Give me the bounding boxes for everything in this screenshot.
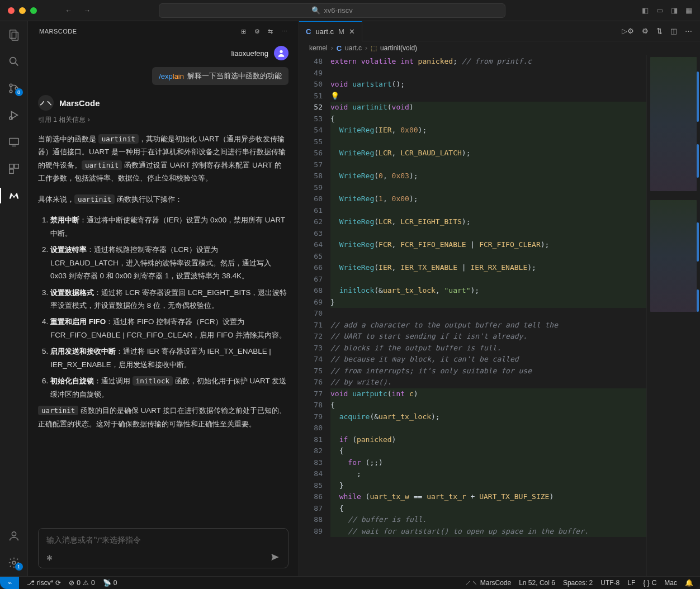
remote-explorer-icon[interactable]: [7, 135, 21, 149]
indentation[interactable]: Spaces: 2: [563, 579, 593, 587]
svg-rect-12: [14, 164, 18, 168]
split-editor-icon[interactable]: ◫: [670, 27, 677, 35]
command-center[interactable]: 🔍 xv6-riscv: [159, 3, 505, 18]
notifications-icon[interactable]: 🔔: [685, 579, 693, 587]
account-icon[interactable]: [7, 529, 21, 543]
answer-item: 设置波特率：通过将线路控制寄存器（LCR）设置为 LCR_BAUD_LATCH，…: [50, 243, 288, 282]
minimize-window[interactable]: [19, 7, 26, 14]
marscode-logo-icon: ⟋⟍: [38, 95, 54, 111]
user-command-text: 解释一下当前选中函数的功能: [187, 71, 282, 81]
chat-input[interactable]: 输入消息或者‟/”来选择指令 ✻: [38, 528, 288, 568]
chat-input-placeholder: 输入消息或者‟/”来选择指令: [46, 536, 141, 544]
traffic-lights: [8, 7, 37, 14]
search-icon: 🔍: [311, 6, 320, 15]
search-icon[interactable]: [7, 55, 21, 68]
cursor-position[interactable]: Ln 52, Col 6: [519, 579, 555, 587]
svg-rect-13: [9, 169, 13, 173]
problems[interactable]: ⊘ 0 ⚠ 0: [69, 579, 94, 587]
customize-layout-icon[interactable]: ▦: [685, 6, 692, 15]
svg-point-5: [10, 90, 12, 93]
editor-more-icon[interactable]: ⋯: [685, 27, 692, 35]
tab-uart-c[interactable]: C uart.c M ✕: [299, 21, 362, 41]
maximize-window[interactable]: [30, 7, 37, 14]
svg-point-16: [280, 50, 282, 53]
breadcrumb-folder[interactable]: kernel: [309, 44, 328, 52]
diff-icon[interactable]: ⇅: [656, 27, 663, 35]
answer-item: 重置和启用 FIFO：通过将 FIFO 控制寄存器（FCR）设置为 FCR_FI…: [50, 315, 288, 341]
statusbar: ⌁ ⎇ riscv* ⟳ ⊘ 0 ⚠ 0 📡 0 ⟋⟍ MarsCode Ln …: [0, 576, 700, 589]
answer-item: 禁用中断：通过将中断使能寄存器（IER）设置为 0x00，禁用所有 UART 中…: [50, 213, 288, 240]
svg-rect-11: [9, 164, 13, 168]
marscode-icon[interactable]: [7, 189, 21, 202]
close-window[interactable]: [8, 7, 15, 14]
os[interactable]: Mac: [664, 579, 677, 587]
answer-item: 设置数据格式：通过将 LCR 寄存器设置回 LCR_EIGHT_BITS，退出波…: [50, 286, 288, 312]
panel-title: MARSCODE: [39, 28, 77, 35]
search-text: xv6-riscv: [324, 6, 352, 15]
panel-right-icon[interactable]: ◨: [671, 6, 678, 15]
marscode-panel: MARSCODE ⊞ ⚙ ⇆ ⋯ liaoxuefeng /explain 解释…: [28, 21, 299, 576]
close-tab-icon[interactable]: ✕: [349, 27, 355, 36]
remote-indicator[interactable]: ⌁: [0, 577, 19, 590]
marscode-status[interactable]: ⟋⟍ MarsCode: [465, 579, 511, 587]
line-gutter: 4849505152535455565758596061626364656667…: [299, 55, 330, 576]
panel-bottom-icon[interactable]: ▭: [656, 6, 663, 15]
svg-rect-0: [10, 30, 16, 39]
layout-controls: ◧ ▭ ◨ ▦: [642, 6, 692, 15]
code-content[interactable]: extern volatile int panicked; // from pr…: [330, 55, 646, 576]
svg-point-2: [10, 58, 16, 64]
more-icon[interactable]: ⋯: [281, 28, 288, 35]
run-icon[interactable]: ▷⚙: [622, 27, 634, 35]
collaborate-icon[interactable]: ⇆: [268, 28, 273, 35]
titlebar: ← → 🔍 xv6-riscv ◧ ▭ ◨ ▦: [0, 0, 700, 21]
nav-forward-icon[interactable]: →: [83, 6, 91, 15]
editor-settings-icon[interactable]: ⚙: [642, 27, 649, 35]
svg-line-3: [15, 63, 18, 66]
user-avatar-icon: [274, 46, 288, 60]
file-lang-badge: C: [306, 27, 311, 36]
assistant-name: MarsCode: [59, 98, 100, 108]
encoding[interactable]: UTF-8: [600, 579, 619, 587]
editor-tabs: C uart.c M ✕ ▷⚙ ⚙ ⇅ ◫ ⋯: [299, 21, 700, 41]
loading-icon: ✻: [46, 554, 53, 562]
settings-badge: 1: [15, 563, 23, 571]
nav-arrows: ← →: [65, 6, 91, 15]
svg-point-14: [12, 532, 16, 536]
extensions-icon[interactable]: [7, 162, 21, 175]
svg-point-15: [12, 561, 16, 564]
breadcrumb[interactable]: kernel › C uart.c › ⬚ uartinit(void): [299, 41, 700, 55]
send-icon[interactable]: [270, 552, 280, 562]
user-command-pill: /explain 解释一下当前选中函数的功能: [152, 67, 288, 85]
git-branch[interactable]: ⎇ riscv* ⟳: [27, 579, 61, 587]
svg-point-4: [10, 84, 12, 87]
minimap[interactable]: [646, 55, 700, 576]
ports[interactable]: 📡 0: [103, 579, 117, 587]
breadcrumb-fn[interactable]: uartinit(void): [380, 44, 417, 52]
panel-left-icon[interactable]: ◧: [642, 6, 649, 15]
tab-modified-indicator: M: [338, 27, 344, 36]
reference-link[interactable]: 引用 1 相关信息 ›: [38, 115, 288, 125]
symbol-icon: ⬚: [371, 44, 377, 52]
code-editor[interactable]: 4849505152535455565758596061626364656667…: [299, 55, 700, 576]
svg-rect-9: [9, 139, 18, 145]
nav-back-icon[interactable]: ←: [65, 6, 72, 15]
editor-group: C uart.c M ✕ ▷⚙ ⚙ ⇅ ◫ ⋯ kernel › C uart.…: [299, 21, 700, 576]
settings-icon[interactable]: 1: [7, 556, 21, 569]
answer-item: 初始化自旋锁：通过调用 initlock 函数，初始化用于保护 UART 发送缓…: [50, 374, 288, 401]
breadcrumb-file[interactable]: uart.c: [345, 44, 362, 52]
source-control-icon[interactable]: 8: [7, 82, 21, 95]
username: liaoxuefeng: [231, 49, 269, 58]
panel-settings-icon[interactable]: ⚙: [254, 28, 261, 35]
language-mode[interactable]: { } C: [643, 579, 656, 587]
eol[interactable]: LF: [627, 579, 635, 587]
tab-filename: uart.c: [315, 27, 334, 36]
answer-item: 启用发送和接收中断：通过将 IER 寄存器设置为 IER_TX_ENABLE |…: [50, 345, 288, 371]
explorer-icon[interactable]: [7, 28, 21, 41]
scm-badge: 8: [15, 88, 23, 96]
assistant-answer: 当前选中的函数是 uartinit，其功能是初始化 UART（通用异步收发传输器…: [38, 132, 288, 430]
new-chat-icon[interactable]: ⊞: [241, 28, 247, 35]
run-debug-icon[interactable]: [7, 108, 21, 122]
svg-rect-1: [12, 32, 18, 40]
activity-bar: 8 1: [0, 21, 28, 576]
